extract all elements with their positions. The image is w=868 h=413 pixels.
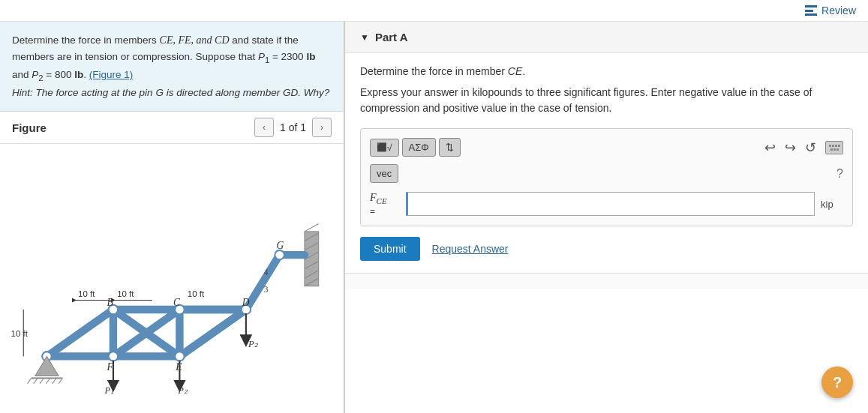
figure-link[interactable]: (Figure 1) bbox=[89, 69, 134, 80]
answer-input[interactable] bbox=[406, 192, 815, 216]
matrix-sqrt-button[interactable]: ⬛ √ bbox=[370, 139, 399, 157]
part-a-header: ▼ Part A bbox=[345, 22, 868, 53]
svg-point-28 bbox=[275, 250, 284, 259]
svg-text:P₁: P₁ bbox=[104, 386, 114, 397]
svg-point-27 bbox=[109, 352, 118, 361]
svg-text:D: D bbox=[242, 297, 250, 308]
svg-line-8 bbox=[47, 310, 113, 356]
svg-text:E: E bbox=[175, 362, 182, 373]
problem-text-box: Determine the force in members CE, FE, a… bbox=[0, 22, 344, 112]
figure-label: Figure bbox=[12, 121, 47, 134]
svg-text:10 ft: 10 ft bbox=[78, 290, 95, 299]
unit-label: kip bbox=[821, 199, 843, 210]
part-a-instructions: Express your answer in kilopounds to thr… bbox=[360, 85, 853, 116]
vec-label: vec bbox=[377, 168, 392, 179]
main-content: Determine the force in members CE, FE, a… bbox=[0, 22, 868, 413]
svg-text:P₂: P₂ bbox=[248, 339, 259, 349]
svg-text:10 ft: 10 ft bbox=[11, 330, 29, 339]
svg-text:10 ft: 10 ft bbox=[188, 290, 205, 299]
toolbar-row: ⬛ √ ΑΣΦ ⇅ ↩ ↪ ↺ bbox=[370, 138, 843, 157]
left-panel: Determine the force in members CE, FE, a… bbox=[0, 22, 345, 413]
svg-text:B: B bbox=[107, 297, 113, 308]
refresh-button[interactable]: ↺ bbox=[805, 139, 816, 156]
svg-line-50 bbox=[46, 379, 50, 384]
svg-point-26 bbox=[175, 352, 184, 361]
part-a-title: Part A bbox=[375, 31, 408, 43]
collapse-arrow-icon[interactable]: ▼ bbox=[360, 32, 369, 43]
prev-figure-button[interactable]: ‹ bbox=[254, 118, 274, 137]
right-panel: ▼ Part A Determine the force in member C… bbox=[345, 22, 868, 413]
problem-intro: Determine the force in members bbox=[12, 34, 160, 46]
redo-button[interactable]: ↪ bbox=[785, 139, 796, 156]
next-figure-button[interactable]: › bbox=[312, 118, 332, 137]
review-link[interactable]: Review bbox=[805, 4, 856, 16]
hint-line: Hint: The force acting at the pin G is d… bbox=[12, 87, 329, 98]
svg-text:G: G bbox=[276, 240, 284, 251]
svg-line-51 bbox=[53, 379, 56, 384]
svg-line-20 bbox=[179, 310, 245, 356]
svg-line-49 bbox=[40, 379, 44, 384]
matrix-icon: ⬛ bbox=[377, 142, 387, 152]
toolbar-row-2: vec ? bbox=[370, 164, 843, 183]
keyboard-icon bbox=[825, 141, 843, 154]
figure-nav: ‹ 1 of 1 › bbox=[254, 118, 332, 137]
svg-text:3: 3 bbox=[264, 285, 269, 294]
svg-line-52 bbox=[59, 379, 62, 384]
help-bubble[interactable]: ? bbox=[821, 367, 853, 398]
svg-text:10 ft: 10 ft bbox=[117, 290, 134, 299]
page-indicator: 1 of 1 bbox=[280, 121, 306, 133]
svg-line-1 bbox=[305, 224, 319, 232]
svg-line-11 bbox=[246, 255, 280, 310]
sqrt-icon: √ bbox=[387, 142, 392, 153]
input-row: FCE = kip bbox=[370, 192, 843, 217]
arrows-button[interactable]: ⇅ bbox=[439, 138, 461, 157]
answer-box: ⬛ √ ΑΣΦ ⇅ ↩ ↪ ↺ bbox=[360, 128, 853, 226]
toolbar-right: ↩ ↪ ↺ bbox=[764, 139, 843, 156]
submit-button[interactable]: Submit bbox=[360, 237, 420, 261]
svg-text:C: C bbox=[173, 297, 181, 308]
input-label: FCE = bbox=[370, 192, 400, 217]
help-bubble-label: ? bbox=[833, 374, 842, 391]
problem-members: CE, FE, and CD bbox=[160, 34, 230, 46]
sigma-button[interactable]: ΑΣΦ bbox=[402, 138, 436, 157]
svg-line-47 bbox=[27, 379, 31, 384]
truss-diagram: A B C D E F G 3 4 10 ft 10 ft 10 ft 10 bbox=[0, 144, 344, 413]
part-b-preview bbox=[345, 273, 868, 289]
review-icon bbox=[805, 5, 817, 16]
vec-button[interactable]: vec bbox=[370, 164, 398, 183]
figure-header: Figure ‹ 1 of 1 › bbox=[0, 112, 344, 144]
review-label: Review bbox=[821, 4, 856, 16]
part-a-content: Determine the force in member CE. Expres… bbox=[345, 53, 868, 273]
sigma-label: ΑΣΦ bbox=[409, 142, 429, 153]
undo-button[interactable]: ↩ bbox=[764, 139, 776, 156]
request-answer-button[interactable]: Request Answer bbox=[432, 243, 509, 255]
part-a-question: Determine the force in member CE. bbox=[360, 65, 853, 77]
figure-area: A B C D E F G 3 4 10 ft 10 ft 10 ft 10 bbox=[0, 144, 344, 413]
svg-line-48 bbox=[34, 379, 38, 384]
top-bar: Review bbox=[0, 0, 868, 22]
svg-text:4: 4 bbox=[264, 268, 269, 277]
arrows-label: ⇅ bbox=[446, 142, 454, 153]
action-row: Submit Request Answer bbox=[360, 237, 853, 261]
svg-text:P₂: P₂ bbox=[177, 386, 188, 397]
help-question-icon[interactable]: ? bbox=[836, 167, 843, 181]
